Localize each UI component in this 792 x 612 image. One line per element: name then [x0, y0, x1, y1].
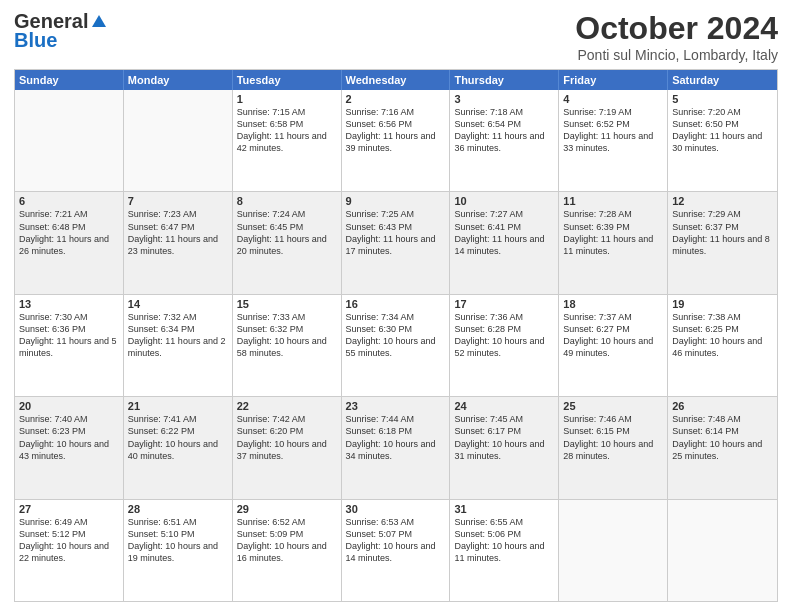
day-cell-row4-col5: 24Sunrise: 7:45 AMSunset: 6:17 PMDayligh… [450, 397, 559, 498]
day-cell-row4-col7: 26Sunrise: 7:48 AMSunset: 6:14 PMDayligh… [668, 397, 777, 498]
day-cell-row5-col6 [559, 500, 668, 601]
day-cell-row3-col3: 15Sunrise: 7:33 AMSunset: 6:32 PMDayligh… [233, 295, 342, 396]
day-cell-row2-col4: 9Sunrise: 7:25 AMSunset: 6:43 PMDaylight… [342, 192, 451, 293]
title-block: October 2024 Ponti sul Mincio, Lombardy,… [575, 10, 778, 63]
day-cell-row4-col3: 22Sunrise: 7:42 AMSunset: 6:20 PMDayligh… [233, 397, 342, 498]
calendar-row-1: 1Sunrise: 7:15 AMSunset: 6:58 PMDaylight… [15, 90, 777, 192]
day-number: 15 [237, 298, 337, 310]
day-cell-row3-col2: 14Sunrise: 7:32 AMSunset: 6:34 PMDayligh… [124, 295, 233, 396]
day-number: 14 [128, 298, 228, 310]
logo: General Blue [14, 10, 108, 52]
col-header-thursday: Thursday [450, 70, 559, 90]
day-number: 11 [563, 195, 663, 207]
day-number: 9 [346, 195, 446, 207]
day-number: 22 [237, 400, 337, 412]
day-info: Sunrise: 7:41 AMSunset: 6:22 PMDaylight:… [128, 413, 228, 462]
col-header-sunday: Sunday [15, 70, 124, 90]
day-info: Sunrise: 7:29 AMSunset: 6:37 PMDaylight:… [672, 208, 773, 257]
logo-blue: Blue [14, 29, 57, 52]
day-number: 24 [454, 400, 554, 412]
day-info: Sunrise: 7:34 AMSunset: 6:30 PMDaylight:… [346, 311, 446, 360]
day-number: 7 [128, 195, 228, 207]
day-cell-row5-col5: 31Sunrise: 6:55 AMSunset: 5:06 PMDayligh… [450, 500, 559, 601]
day-number: 31 [454, 503, 554, 515]
day-number: 3 [454, 93, 554, 105]
day-cell-row2-col6: 11Sunrise: 7:28 AMSunset: 6:39 PMDayligh… [559, 192, 668, 293]
day-number: 8 [237, 195, 337, 207]
day-cell-row1-col4: 2Sunrise: 7:16 AMSunset: 6:56 PMDaylight… [342, 90, 451, 191]
day-number: 26 [672, 400, 773, 412]
day-number: 13 [19, 298, 119, 310]
day-info: Sunrise: 7:48 AMSunset: 6:14 PMDaylight:… [672, 413, 773, 462]
day-info: Sunrise: 7:15 AMSunset: 6:58 PMDaylight:… [237, 106, 337, 155]
day-cell-row2-col7: 12Sunrise: 7:29 AMSunset: 6:37 PMDayligh… [668, 192, 777, 293]
day-info: Sunrise: 6:55 AMSunset: 5:06 PMDaylight:… [454, 516, 554, 565]
calendar-row-5: 27Sunrise: 6:49 AMSunset: 5:12 PMDayligh… [15, 500, 777, 601]
page: General Blue October 2024 Ponti sul Minc… [0, 0, 792, 612]
day-info: Sunrise: 7:16 AMSunset: 6:56 PMDaylight:… [346, 106, 446, 155]
day-info: Sunrise: 7:36 AMSunset: 6:28 PMDaylight:… [454, 311, 554, 360]
day-number: 19 [672, 298, 773, 310]
calendar-row-2: 6Sunrise: 7:21 AMSunset: 6:48 PMDaylight… [15, 192, 777, 294]
month-title: October 2024 [575, 10, 778, 47]
calendar: SundayMondayTuesdayWednesdayThursdayFrid… [14, 69, 778, 602]
day-number: 5 [672, 93, 773, 105]
day-number: 10 [454, 195, 554, 207]
day-cell-row1-col6: 4Sunrise: 7:19 AMSunset: 6:52 PMDaylight… [559, 90, 668, 191]
day-info: Sunrise: 6:49 AMSunset: 5:12 PMDaylight:… [19, 516, 119, 565]
day-number: 4 [563, 93, 663, 105]
svg-marker-0 [92, 15, 106, 27]
col-header-saturday: Saturday [668, 70, 777, 90]
header: General Blue October 2024 Ponti sul Minc… [14, 10, 778, 63]
day-cell-row5-col2: 28Sunrise: 6:51 AMSunset: 5:10 PMDayligh… [124, 500, 233, 601]
day-info: Sunrise: 7:33 AMSunset: 6:32 PMDaylight:… [237, 311, 337, 360]
day-number: 30 [346, 503, 446, 515]
calendar-row-3: 13Sunrise: 7:30 AMSunset: 6:36 PMDayligh… [15, 295, 777, 397]
location-title: Ponti sul Mincio, Lombardy, Italy [575, 47, 778, 63]
day-cell-row2-col5: 10Sunrise: 7:27 AMSunset: 6:41 PMDayligh… [450, 192, 559, 293]
day-cell-row1-col5: 3Sunrise: 7:18 AMSunset: 6:54 PMDaylight… [450, 90, 559, 191]
day-cell-row5-col4: 30Sunrise: 6:53 AMSunset: 5:07 PMDayligh… [342, 500, 451, 601]
day-cell-row3-col5: 17Sunrise: 7:36 AMSunset: 6:28 PMDayligh… [450, 295, 559, 396]
day-cell-row3-col6: 18Sunrise: 7:37 AMSunset: 6:27 PMDayligh… [559, 295, 668, 396]
day-cell-row1-col1 [15, 90, 124, 191]
day-info: Sunrise: 7:21 AMSunset: 6:48 PMDaylight:… [19, 208, 119, 257]
logo-icon [90, 13, 108, 31]
day-cell-row1-col3: 1Sunrise: 7:15 AMSunset: 6:58 PMDaylight… [233, 90, 342, 191]
day-info: Sunrise: 6:53 AMSunset: 5:07 PMDaylight:… [346, 516, 446, 565]
day-number: 27 [19, 503, 119, 515]
day-cell-row2-col2: 7Sunrise: 7:23 AMSunset: 6:47 PMDaylight… [124, 192, 233, 293]
day-number: 16 [346, 298, 446, 310]
calendar-body: 1Sunrise: 7:15 AMSunset: 6:58 PMDaylight… [15, 90, 777, 601]
day-cell-row2-col1: 6Sunrise: 7:21 AMSunset: 6:48 PMDaylight… [15, 192, 124, 293]
day-cell-row4-col1: 20Sunrise: 7:40 AMSunset: 6:23 PMDayligh… [15, 397, 124, 498]
day-info: Sunrise: 7:20 AMSunset: 6:50 PMDaylight:… [672, 106, 773, 155]
day-number: 23 [346, 400, 446, 412]
day-number: 20 [19, 400, 119, 412]
day-info: Sunrise: 7:19 AMSunset: 6:52 PMDaylight:… [563, 106, 663, 155]
day-info: Sunrise: 7:28 AMSunset: 6:39 PMDaylight:… [563, 208, 663, 257]
day-info: Sunrise: 7:23 AMSunset: 6:47 PMDaylight:… [128, 208, 228, 257]
day-info: Sunrise: 7:42 AMSunset: 6:20 PMDaylight:… [237, 413, 337, 462]
day-info: Sunrise: 7:38 AMSunset: 6:25 PMDaylight:… [672, 311, 773, 360]
col-header-tuesday: Tuesday [233, 70, 342, 90]
day-number: 29 [237, 503, 337, 515]
day-number: 1 [237, 93, 337, 105]
day-cell-row3-col4: 16Sunrise: 7:34 AMSunset: 6:30 PMDayligh… [342, 295, 451, 396]
day-info: Sunrise: 7:37 AMSunset: 6:27 PMDaylight:… [563, 311, 663, 360]
day-cell-row5-col3: 29Sunrise: 6:52 AMSunset: 5:09 PMDayligh… [233, 500, 342, 601]
day-info: Sunrise: 7:40 AMSunset: 6:23 PMDaylight:… [19, 413, 119, 462]
day-number: 6 [19, 195, 119, 207]
col-header-wednesday: Wednesday [342, 70, 451, 90]
day-number: 25 [563, 400, 663, 412]
day-cell-row5-col7 [668, 500, 777, 601]
day-number: 21 [128, 400, 228, 412]
day-info: Sunrise: 6:51 AMSunset: 5:10 PMDaylight:… [128, 516, 228, 565]
col-header-monday: Monday [124, 70, 233, 90]
day-info: Sunrise: 7:18 AMSunset: 6:54 PMDaylight:… [454, 106, 554, 155]
day-info: Sunrise: 7:44 AMSunset: 6:18 PMDaylight:… [346, 413, 446, 462]
day-info: Sunrise: 7:27 AMSunset: 6:41 PMDaylight:… [454, 208, 554, 257]
day-info: Sunrise: 7:30 AMSunset: 6:36 PMDaylight:… [19, 311, 119, 360]
day-cell-row4-col6: 25Sunrise: 7:46 AMSunset: 6:15 PMDayligh… [559, 397, 668, 498]
day-number: 2 [346, 93, 446, 105]
